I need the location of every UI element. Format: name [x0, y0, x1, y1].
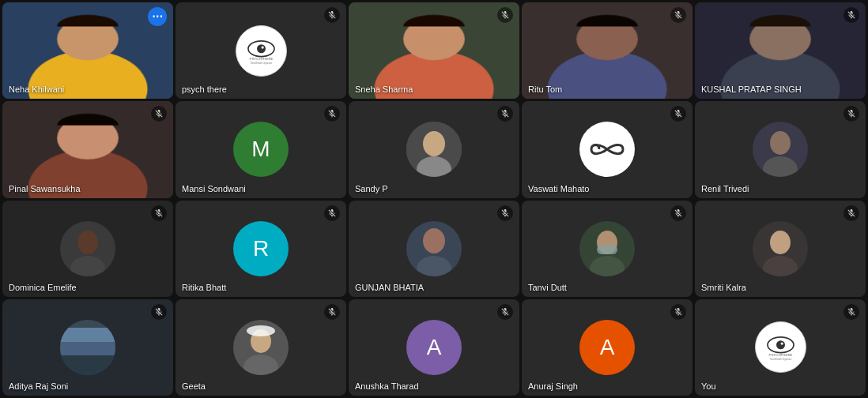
svg-point-9: [770, 131, 791, 155]
svg-point-22: [770, 231, 791, 254]
mute-icon-psych: [324, 7, 340, 23]
tile-label-mansi: Mansi Sondwani: [182, 184, 246, 193]
mute-icon-anuraj: [670, 304, 686, 320]
mute-icon-aditya: [151, 304, 167, 320]
tile-gunjan[interactable]: GUNJAN BHATIA: [349, 201, 519, 297]
mute-icon-mansi: [324, 106, 340, 122]
avatar-ritika: R: [233, 221, 289, 276]
tile-sandy[interactable]: Sandy P: [349, 101, 519, 197]
tile-label-vaswati: Vaswati Mahato: [528, 184, 589, 193]
tile-pinal[interactable]: Pinal Sawansukha: [2, 101, 173, 197]
video-grid: ⋯ Neha Khilwani PSYCHTHERE Total Wealth …: [0, 0, 868, 398]
svg-rect-27: [60, 328, 115, 342]
avatar-smriti: [753, 221, 808, 276]
avatar-vaswati: [579, 122, 635, 177]
avatar-dominica: [60, 221, 115, 276]
mute-icon-sneha: [497, 7, 513, 23]
avatar-sandy: [406, 122, 462, 177]
avatar-geeta: [233, 320, 289, 375]
avatar-you: PSYCHTHERE Total Wealth Organizer: [755, 321, 806, 373]
svg-point-31: [247, 325, 275, 336]
tile-psych-there[interactable]: PSYCHTHERE Total Wealth Organizer psych …: [175, 2, 346, 99]
tile-label-geeta: Geeta: [182, 381, 206, 391]
tile-label-ritu: Ritu Tom: [528, 84, 562, 94]
tile-mansi[interactable]: M Mansi Sondwani: [175, 101, 346, 197]
tile-sneha-sharma[interactable]: Sneha Sharma: [349, 2, 519, 99]
mute-icon-tanvi: [670, 205, 686, 221]
tile-label-ritika: Ritika Bhatt: [182, 283, 226, 292]
svg-text:Total Wealth Organizer: Total Wealth Organizer: [250, 62, 272, 65]
mute-icon-geeta: [324, 304, 340, 320]
mute-icon-renil: [843, 106, 859, 122]
tile-you[interactable]: PSYCHTHERE Total Wealth Organizer You: [695, 299, 866, 396]
mute-icon-kushal: [843, 7, 859, 23]
svg-text:Total Wealth Organizer: Total Wealth Organizer: [769, 358, 791, 361]
mute-icon-you: [843, 304, 859, 320]
svg-point-33: [776, 341, 785, 350]
tile-ritu-tom[interactable]: Ritu Tom: [522, 2, 693, 99]
svg-point-15: [423, 228, 445, 253]
tile-label-aditya: Aditya Raj Soni: [9, 381, 68, 391]
tile-kushal[interactable]: KUSHAL PRATAP SINGH: [695, 2, 866, 99]
mute-icon-dominica: [151, 205, 167, 221]
tile-label-sandy: Sandy P: [355, 184, 388, 193]
avatar-gunjan: [406, 221, 462, 276]
avatar-renil: [753, 122, 808, 177]
avatar-mansi: M: [233, 122, 289, 177]
avatar-anushka: A: [406, 320, 462, 375]
mute-icon-anushka: [497, 304, 513, 320]
tile-smriti[interactable]: Smriti Kalra: [695, 201, 866, 297]
tile-vaswati[interactable]: Vaswati Mahato: [522, 101, 693, 197]
svg-point-12: [77, 231, 98, 254]
tile-ritika[interactable]: R Ritika Bhatt: [175, 201, 346, 297]
tile-neha-khilwani[interactable]: ⋯ Neha Khilwani: [2, 2, 173, 99]
tile-renil[interactable]: Renil Trivedi: [695, 101, 866, 197]
mute-icon-ritika: [324, 205, 340, 221]
tile-label-pinal: Pinal Sawansukha: [9, 184, 81, 193]
tile-label-renil: Renil Trivedi: [701, 184, 749, 193]
mute-icon-gunjan: [497, 205, 513, 221]
tile-label-anushka: Anushka Tharad: [355, 381, 419, 391]
tile-label-neha: Neha Khilwani: [9, 84, 64, 94]
more-options-icon[interactable]: ⋯: [148, 7, 167, 26]
mute-icon-ritu: [670, 7, 686, 23]
tile-label-smriti: Smriti Kalra: [701, 283, 746, 292]
tile-label-anuraj: Anuraj Singh: [528, 381, 578, 391]
avatar-tanvi: [579, 221, 635, 276]
svg-rect-19: [597, 245, 617, 254]
mute-icon-vaswati: [670, 106, 686, 122]
avatar-aditya: [60, 320, 115, 375]
svg-text:PSYCHTHERE: PSYCHTHERE: [249, 56, 273, 60]
tile-anuraj[interactable]: A Anuraj Singh: [522, 299, 693, 396]
mute-icon-smriti: [843, 205, 859, 221]
svg-text:PSYCHTHERE: PSYCHTHERE: [768, 353, 792, 357]
tile-label-kushal: KUSHAL PRATAP SINGH: [701, 84, 802, 94]
avatar-anuraj: A: [579, 320, 635, 375]
mute-icon-sandy: [497, 106, 513, 122]
tile-label-you: You: [701, 381, 716, 391]
tile-label-psych: psych there: [182, 84, 227, 94]
svg-point-2: [261, 46, 263, 48]
svg-point-6: [423, 131, 445, 156]
tile-label-sneha: Sneha Sharma: [355, 84, 413, 94]
tile-label-gunjan: GUNJAN BHATIA: [355, 283, 424, 292]
tile-label-dominica: Dominica Emelife: [9, 283, 77, 292]
svg-point-34: [780, 343, 783, 345]
tile-aditya[interactable]: Aditya Raj Soni: [2, 299, 173, 396]
tile-tanvi[interactable]: Tanvi Dutt: [522, 201, 693, 297]
tile-anushka[interactable]: A Anushka Tharad: [349, 299, 519, 396]
svg-point-1: [257, 44, 266, 53]
tile-dominica[interactable]: Dominica Emelife: [2, 201, 173, 297]
tile-label-tanvi: Tanvi Dutt: [528, 283, 567, 292]
tile-geeta[interactable]: Geeta: [175, 299, 346, 396]
